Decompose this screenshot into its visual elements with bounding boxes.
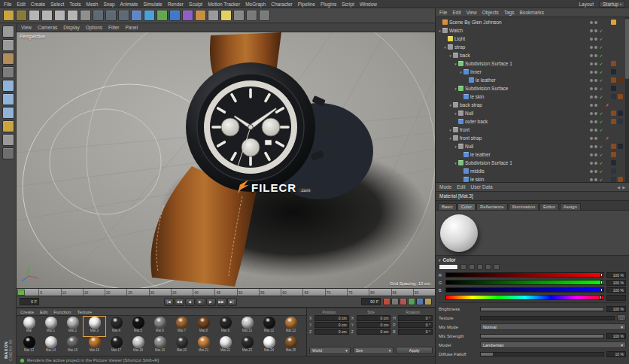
goto-start-button[interactable]: |◀ <box>164 298 174 306</box>
material-sphere[interactable] <box>23 336 35 348</box>
green-value-field[interactable]: 100 % <box>606 280 626 286</box>
texture-mode-icon[interactable] <box>2 53 14 65</box>
disabled-cross-icon[interactable]: ✗ <box>605 135 609 141</box>
material-tag-chip[interactable] <box>611 160 616 165</box>
material-tag-chip[interactable] <box>611 127 616 132</box>
editor-visibility-dot[interactable] <box>590 145 593 148</box>
editor-visibility-dot[interactable] <box>590 162 593 165</box>
enabled-check-icon[interactable]: ✓ <box>599 69 603 74</box>
object-tree-row[interactable]: le skin ✓ <box>436 175 629 183</box>
attribute-menu-item[interactable]: User Data <box>470 184 492 190</box>
material-item[interactable]: Mat.16 <box>84 336 105 356</box>
object-tree-row[interactable]: ▾ Inner ✓ <box>436 68 629 76</box>
attribute-menu-item[interactable]: Edit <box>457 184 465 190</box>
menu-item[interactable]: Select <box>50 2 64 7</box>
material-tag-chip[interactable] <box>611 111 616 116</box>
attribute-tab[interactable]: Basic <box>438 203 457 210</box>
material-sphere[interactable] <box>67 336 79 348</box>
menu-item[interactable]: Simulate <box>143 2 162 7</box>
object-tree-row[interactable]: ▾ Watch ✓ <box>436 26 629 35</box>
mix-mode-dropdown[interactable]: Normal▾ <box>480 323 626 330</box>
material-menu-item[interactable]: Edit <box>40 310 47 314</box>
blue-slider[interactable] <box>445 287 604 293</box>
editor-visibility-dot[interactable] <box>590 71 593 74</box>
enabled-check-icon[interactable]: ✓ <box>599 152 603 157</box>
size-field[interactable]: 0 cm <box>357 322 391 328</box>
material-item[interactable]: Mat.4 <box>105 317 127 336</box>
material-tag-chip[interactable] <box>618 53 623 58</box>
render-visibility-dot[interactable] <box>594 129 597 132</box>
material-tag-chip[interactable] <box>618 77 623 83</box>
editor-visibility-dot[interactable] <box>590 38 593 41</box>
material-tag-chip[interactable] <box>618 94 623 99</box>
enabled-check-icon[interactable]: ✓ <box>599 53 603 58</box>
key-parameter-icon[interactable] <box>424 298 432 305</box>
object-tree-row[interactable]: middls ✓ <box>436 167 629 175</box>
material-tag-chip[interactable] <box>618 20 623 25</box>
material-item[interactable]: Mat.20 <box>171 336 193 356</box>
material-item[interactable]: Mat.24 <box>258 336 280 356</box>
add-material-icon[interactable] <box>233 10 245 21</box>
material-sphere[interactable] <box>132 317 144 329</box>
attribute-tab[interactable]: Assign <box>560 203 581 210</box>
material-menu-item[interactable]: Create <box>20 310 34 314</box>
render-visibility-dot[interactable] <box>594 153 597 156</box>
object-tree-row[interactable]: Scene By Glen Johnson <box>436 18 629 26</box>
material-sphere[interactable] <box>220 336 232 348</box>
expander-icon[interactable]: ▾ <box>448 128 453 132</box>
viewport-snap-icon[interactable] <box>2 134 14 146</box>
render-visibility-dot[interactable] <box>594 46 597 49</box>
material-item[interactable]: Mat.14 <box>40 336 62 356</box>
enabled-check-icon[interactable]: ✓ <box>599 28 603 33</box>
render-visibility-dot[interactable] <box>594 104 597 107</box>
material-item[interactable]: Mat.12 <box>280 317 302 336</box>
object-label[interactable]: le leather <box>470 152 590 157</box>
add-mograph-icon[interactable] <box>169 10 181 21</box>
material-tag-chip[interactable] <box>611 168 616 174</box>
material-sphere[interactable] <box>285 317 297 329</box>
editor-visibility-dot[interactable] <box>590 21 593 24</box>
material-tag-chip[interactable] <box>618 69 623 74</box>
points-mode-icon[interactable] <box>2 80 14 92</box>
red-slider[interactable] <box>445 272 604 278</box>
size-mode-dropdown[interactable]: Size▾ <box>353 347 394 354</box>
object-manager-menu-item[interactable]: Bookmarks <box>519 10 544 15</box>
render-visibility-dot[interactable] <box>594 145 597 148</box>
editor-visibility-dot[interactable] <box>590 137 593 140</box>
brightness-slider[interactable] <box>480 307 604 311</box>
material-tag-chip[interactable] <box>611 144 616 149</box>
object-label[interactable]: back strap <box>460 102 590 108</box>
brightness-value-field[interactable]: 100 % <box>606 306 626 312</box>
editor-visibility-dot[interactable] <box>590 153 593 156</box>
material-sphere[interactable] <box>23 317 35 329</box>
expander-icon[interactable]: ▾ <box>458 70 463 74</box>
material-tag-chip[interactable] <box>618 127 623 132</box>
render-visibility-dot[interactable] <box>594 62 597 65</box>
rotation-field[interactable]: 0 ° <box>398 322 433 328</box>
section-collapse-icon[interactable]: ▾ <box>439 258 441 262</box>
material-sphere[interactable] <box>111 336 123 348</box>
material-sphere[interactable] <box>198 336 210 348</box>
enabled-check-icon[interactable]: ✓ <box>599 77 603 83</box>
render-visibility-dot[interactable] <box>594 79 597 82</box>
object-manager-scrollbar[interactable] <box>625 17 629 182</box>
material-item[interactable]: Mat.1 <box>40 317 62 336</box>
editor-visibility-dot[interactable] <box>590 96 593 99</box>
material-tag-chip[interactable] <box>611 177 616 182</box>
enabled-check-icon[interactable]: ✓ <box>599 94 603 99</box>
material-item[interactable]: Mat.8 <box>193 317 214 336</box>
viewport-canvas[interactable]: Perspective FILECR .com Grid Spacing: 10… <box>17 32 435 288</box>
material-tag-chip[interactable] <box>611 69 616 74</box>
enabled-check-icon[interactable]: ✓ <box>599 168 603 174</box>
material-tag-chip[interactable] <box>611 77 616 83</box>
blue-value-field[interactable]: 100 % <box>606 287 626 293</box>
object-tree-row[interactable]: le leather ✓ <box>436 76 629 84</box>
menu-item[interactable]: Snap <box>103 2 114 7</box>
menu-item[interactable]: File <box>4 2 11 7</box>
render-visibility-dot[interactable] <box>594 29 597 32</box>
expander-icon[interactable]: ▾ <box>448 53 453 58</box>
object-tree-row[interactable]: ▾ front strap ✗ <box>436 134 629 142</box>
enabled-check-icon[interactable]: ✓ <box>599 111 603 116</box>
material-tag-chip[interactable] <box>618 135 623 141</box>
object-tree-row[interactable]: le skin ✓ <box>436 93 629 101</box>
